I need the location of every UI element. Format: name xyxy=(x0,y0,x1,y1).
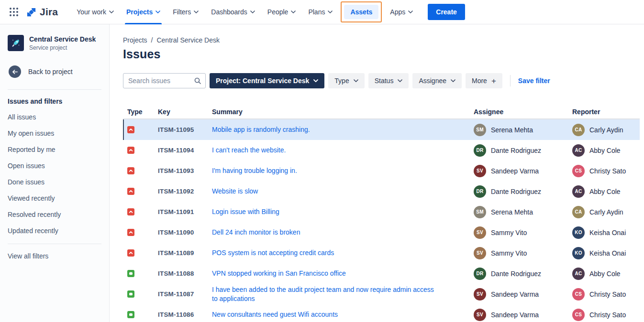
issue-summary-link[interactable]: Website is slow xyxy=(212,187,258,196)
table-row[interactable]: ITSM-11091Login issue with BillingSMSere… xyxy=(123,202,640,222)
chevron-down-icon xyxy=(408,11,413,13)
plus-icon: + xyxy=(491,77,496,85)
assignee-name: Sandeep Varma xyxy=(491,167,539,175)
project-type: Service project xyxy=(29,44,96,51)
table-row[interactable]: ITSM-11095Mobile app is randomly crashin… xyxy=(123,119,640,140)
issues-table: Type Key Summary Assignee Reporter ITSM-… xyxy=(123,105,640,322)
save-filter-link[interactable]: Save filter xyxy=(518,77,550,85)
status-filter-dropdown[interactable]: Status xyxy=(368,73,409,88)
sidebar-item-all-issues[interactable]: All issues xyxy=(8,109,101,125)
assignee-name: Sammy Vito xyxy=(491,229,527,236)
reporter-name: Abby Cole xyxy=(589,147,621,154)
avatar: SV xyxy=(474,309,486,321)
breadcrumb-project-link[interactable]: Central Service Desk xyxy=(156,36,220,44)
avatar: DR xyxy=(474,185,486,198)
breadcrumb-projects-link[interactable]: Projects xyxy=(123,36,147,44)
main-content: Projects / Central Service Desk Issues P… xyxy=(110,24,644,322)
nav-item-your-work[interactable]: Your work xyxy=(77,8,114,16)
table-row[interactable]: ITSM-11088VPN stopped working in San Fra… xyxy=(123,263,640,284)
assignee-cell: DRDante Rodriguez xyxy=(474,268,572,280)
reporter-cell: CSChristy Sato xyxy=(572,288,640,301)
sidebar-item-open-issues[interactable]: Open issues xyxy=(8,158,101,174)
table-row[interactable]: ITSM-11092Website is slowDRDante Rodrigu… xyxy=(123,181,640,202)
issue-key: ITSM-11093 xyxy=(158,167,212,174)
type-filter-dropdown[interactable]: Type xyxy=(328,73,364,88)
avatar: SV xyxy=(474,165,486,177)
chevron-down-icon xyxy=(313,79,318,82)
sidebar-item-my-open-issues[interactable]: My open issues xyxy=(8,125,101,141)
issue-summary-link[interactable]: Login issue with Billing xyxy=(212,207,279,216)
project-title-block[interactable]: Central Service Desk Service project xyxy=(29,35,96,51)
reporter-cell: ACAbby Cole xyxy=(572,144,640,157)
assignee-name: Serena Mehta xyxy=(491,208,533,216)
nav-item-wrap-dashboards: Dashboards xyxy=(205,0,261,24)
assignee-cell: SVSammy Vito xyxy=(474,226,572,239)
table-row[interactable]: ITSM-11087I have been added to the audit… xyxy=(123,284,640,304)
nav-item-wrap-assets: Assets xyxy=(341,1,382,22)
table-row[interactable]: ITSM-11090Dell 24 inch monitor is broken… xyxy=(123,222,640,243)
avatar: DR xyxy=(474,144,486,157)
issue-summary-link[interactable]: New consultants need guest Wifi accounts xyxy=(212,310,338,319)
issue-key: ITSM-11092 xyxy=(158,188,212,195)
issue-summary-link[interactable]: I have been added to the audit project t… xyxy=(212,285,441,303)
nav-item-wrap-people: People xyxy=(261,0,302,24)
nav-item-filters[interactable]: Filters xyxy=(173,8,199,16)
chevron-down-icon xyxy=(451,79,455,82)
column-header-summary: Summary xyxy=(212,108,474,116)
nav-item-dashboards[interactable]: Dashboards xyxy=(211,8,255,16)
table-row[interactable]: ITSM-11093I'm having trouble logging in.… xyxy=(123,161,640,181)
sidebar-section-title: Issues and filters xyxy=(8,97,101,105)
nav-item-apps[interactable]: Apps xyxy=(390,8,413,16)
assignee-filter-dropdown[interactable]: Assignee xyxy=(412,73,462,88)
chevron-down-icon xyxy=(354,79,358,82)
issue-summary-link[interactable]: Dell 24 inch monitor is broken xyxy=(212,228,300,237)
app-switcher-icon[interactable] xyxy=(9,7,19,17)
sidebar-item-done-issues[interactable]: Done issues xyxy=(8,174,101,190)
reporter-name: Keisha Onai xyxy=(589,249,626,257)
more-filters-button[interactable]: More + xyxy=(466,73,502,88)
nav-item-plans[interactable]: Plans xyxy=(308,8,333,16)
sidebar-divider xyxy=(8,89,101,90)
reporter-cell: CACarly Aydin xyxy=(572,206,640,218)
issue-summary-link[interactable]: VPN stopped working in San Francisco off… xyxy=(212,269,346,278)
reporter-cell: ACAbby Cole xyxy=(572,268,640,280)
avatar: CS xyxy=(572,288,585,301)
create-button[interactable]: Create xyxy=(428,4,465,20)
search-input[interactable] xyxy=(123,73,206,88)
chevron-down-icon xyxy=(194,11,199,13)
nav-item-projects[interactable]: Projects xyxy=(126,8,160,16)
project-name: Central Service Desk xyxy=(29,35,96,43)
issue-summary-link[interactable]: I can't reach the website. xyxy=(212,146,286,155)
sidebar-item-reported-by-me[interactable]: Reported by me xyxy=(8,141,101,158)
back-to-project[interactable]: Back to project xyxy=(9,65,101,78)
nav-item-wrap-plans: Plans xyxy=(302,0,339,24)
sidebar-item-viewed-recently[interactable]: Viewed recently xyxy=(8,190,101,206)
issue-key: ITSM-11090 xyxy=(158,229,212,236)
reporter-cell: CACarly Aydin xyxy=(572,124,640,136)
table-row[interactable]: ITSM-11089POS system is not accepting cr… xyxy=(123,243,640,263)
nav-item-assets[interactable]: Assets xyxy=(344,5,378,19)
jira-logo[interactable]: Jira xyxy=(26,6,58,18)
active-nav-underline xyxy=(125,23,162,24)
issue-summary-link[interactable]: Mobile app is randomly crashing. xyxy=(212,125,310,134)
assignee-cell: SMSerena Mehta xyxy=(474,206,572,218)
reporter-cell: KOKeisha Onai xyxy=(572,247,640,259)
assignee-cell: DRDante Rodriguez xyxy=(474,185,572,198)
nav-item-wrap-apps: Apps xyxy=(384,0,419,24)
avatar: AC xyxy=(572,185,585,198)
avatar: SV xyxy=(474,226,486,239)
reporter-name: Christy Sato xyxy=(589,290,626,298)
issue-summary-link[interactable]: I'm having trouble logging in. xyxy=(212,166,297,175)
sidebar-item-view-all-filters[interactable]: View all filters xyxy=(8,248,101,264)
avatar: SV xyxy=(474,288,486,301)
project-filter-dropdown[interactable]: Project: Central Service Desk xyxy=(210,73,324,88)
sidebar-item-updated-recently[interactable]: Updated recently xyxy=(8,223,101,239)
nav-item-label: Dashboards xyxy=(211,8,247,16)
issue-summary-link[interactable]: POS system is not accepting credit cards xyxy=(212,248,334,258)
nav-item-label: Apps xyxy=(390,8,405,16)
table-row[interactable]: ITSM-11086New consultants need guest Wif… xyxy=(123,304,640,322)
nav-item-people[interactable]: People xyxy=(267,8,296,16)
sidebar-item-resolved-recently[interactable]: Resolved recently xyxy=(8,206,101,223)
table-row[interactable]: ITSM-11094I can't reach the website.DRDa… xyxy=(123,140,640,161)
nav-item-wrap-your-work: Your work xyxy=(70,0,120,24)
